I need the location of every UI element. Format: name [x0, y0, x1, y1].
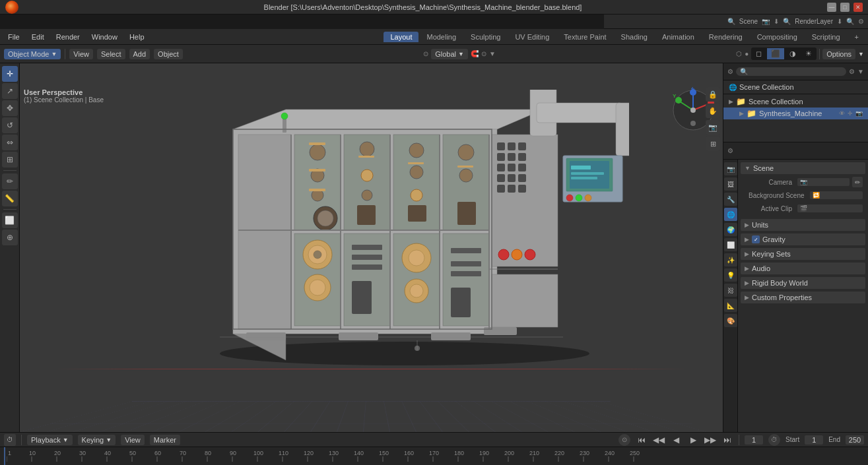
- outliner-options-icon[interactable]: ⚙: [849, 68, 855, 75]
- solid-btn active[interactable]: ⬛: [767, 48, 784, 59]
- viewport[interactable]: User Perspective (1) Scene Collection | …: [20, 63, 723, 432]
- menu-render[interactable]: Render: [51, 32, 85, 42]
- tab-sculpting[interactable]: Sculpting: [464, 32, 507, 42]
- snap-icon[interactable]: 🧲: [471, 50, 479, 57]
- measure-tool[interactable]: 📏: [2, 191, 18, 206]
- render-layer-selector[interactable]: RenderLayer: [795, 18, 833, 25]
- rotate-tool[interactable]: ↺: [2, 117, 18, 133]
- menu-file[interactable]: File: [3, 32, 25, 42]
- scale-tool[interactable]: ⇔: [2, 135, 18, 150]
- timeline-mode-icon[interactable]: ⏱: [4, 434, 16, 446]
- jump-end-btn[interactable]: ⏭: [721, 434, 733, 446]
- window-controls[interactable]: — □ ✕: [827, 3, 863, 12]
- wireframe-btn[interactable]: ◻: [752, 48, 766, 59]
- hand-icon[interactable]: ✋: [706, 104, 720, 118]
- close-button[interactable]: ✕: [853, 3, 863, 12]
- transform-orientation[interactable]: Global ▼: [431, 49, 468, 59]
- current-frame-field[interactable]: 1: [745, 435, 763, 445]
- physics-tab[interactable]: 💡: [724, 268, 737, 282]
- tab-texture-paint[interactable]: Texture Paint: [557, 32, 613, 42]
- camera-icon-vp[interactable]: 📷: [706, 120, 720, 135]
- move-tool[interactable]: ✥: [2, 100, 18, 116]
- outliner-search[interactable]: 🔍: [736, 67, 846, 76]
- tab-layout[interactable]: Layout: [384, 32, 418, 42]
- proportional-falloff-icon[interactable]: ▼: [489, 50, 496, 57]
- camera-value[interactable]: 📷: [797, 178, 850, 186]
- start-frame-field[interactable]: 1: [805, 435, 823, 445]
- sync-toggle[interactable]: ⊙: [618, 434, 630, 446]
- select-tool[interactable]: ↗: [2, 83, 18, 99]
- menu-help[interactable]: Help: [124, 32, 150, 42]
- lock-camera-icon[interactable]: 🔒: [706, 87, 720, 102]
- tab-add[interactable]: +: [848, 32, 865, 42]
- tab-scripting[interactable]: Scripting: [805, 32, 847, 42]
- scene-tab[interactable]: 🌐: [724, 208, 737, 221]
- play-reverse-btn[interactable]: ◀: [670, 434, 682, 446]
- outliner-item-scene-collection[interactable]: ▶ 📁 Scene Collection: [723, 96, 868, 108]
- grid-icon[interactable]: ⊞: [706, 137, 720, 151]
- keying-sets-header[interactable]: ▶ Keying Sets: [741, 248, 865, 260]
- tab-animation[interactable]: Animation: [655, 32, 701, 42]
- add-tool[interactable]: ⊕: [2, 230, 18, 245]
- view-layer-tab[interactable]: 🔧: [724, 193, 737, 206]
- active-clip-value[interactable]: 🎬: [797, 204, 863, 212]
- tab-modeling[interactable]: Modeling: [420, 32, 463, 42]
- world-tab[interactable]: 🌍: [724, 223, 737, 236]
- menu-edit[interactable]: Edit: [26, 32, 50, 42]
- overlay-icon[interactable]: ⬡: [736, 50, 742, 57]
- mode-selector[interactable]: Object Mode ▼: [4, 49, 61, 59]
- shading-icon[interactable]: ●: [745, 50, 749, 57]
- object-menu[interactable]: Object: [154, 49, 183, 59]
- scene-selector[interactable]: Scene: [739, 18, 758, 25]
- tab-rendering[interactable]: Rendering: [702, 32, 749, 42]
- proportional-edit-icon[interactable]: ⊙: [481, 50, 486, 57]
- view-menu-tl[interactable]: View: [121, 435, 145, 445]
- minimize-button[interactable]: —: [827, 3, 836, 12]
- maximize-button[interactable]: □: [840, 3, 850, 12]
- outliner-filter2-icon[interactable]: ▼: [857, 68, 864, 75]
- outliner-item-synthesis-machine[interactable]: ▶ 📁 Synthesis_Machine 👁 ✛ 📷: [723, 108, 868, 119]
- menu-window[interactable]: Window: [86, 32, 123, 42]
- gravity-section-header[interactable]: ▶ ✓ Gravity: [741, 233, 865, 245]
- add-cube-tool[interactable]: ⬜: [2, 212, 18, 228]
- add-menu[interactable]: Add: [129, 49, 150, 59]
- constraints-tab[interactable]: ⛓: [724, 284, 737, 297]
- particles-tab[interactable]: ✨: [724, 253, 737, 266]
- keying-menu[interactable]: Keying ▼: [78, 435, 116, 445]
- end-frame-field[interactable]: 250: [846, 435, 864, 445]
- scene-section-header[interactable]: ▼ Scene: [741, 162, 865, 174]
- tab-compositing[interactable]: Compositing: [751, 32, 804, 42]
- outliner-filter-icon[interactable]: ⚙: [727, 68, 733, 75]
- restrict-render-icon[interactable]: 📷: [855, 110, 863, 117]
- playback-menu[interactable]: Playback ▼: [27, 435, 73, 445]
- select-menu[interactable]: Select: [97, 49, 125, 59]
- next-keyframe-btn[interactable]: ▶▶: [704, 434, 716, 446]
- timer-icon[interactable]: ⏱: [768, 434, 780, 446]
- play-btn[interactable]: ▶: [687, 434, 699, 446]
- camera-edit-btn[interactable]: ✏: [852, 177, 863, 187]
- material-tab[interactable]: 🎨: [724, 314, 737, 327]
- eye-icon[interactable]: 👁: [839, 110, 845, 117]
- output-tab[interactable]: 🖼: [724, 177, 737, 191]
- object-data-tab[interactable]: 📐: [724, 299, 737, 312]
- render-tab[interactable]: 📷: [724, 162, 737, 175]
- annotate-tool[interactable]: ✏: [2, 173, 18, 189]
- cursor-tool[interactable]: ✛: [2, 66, 18, 82]
- bg-scene-value[interactable]: 🔁: [810, 191, 863, 199]
- timeline-ruler[interactable]: 1 10 20 30 40 50 60 70: [0, 447, 868, 465]
- tab-shading[interactable]: Shading: [615, 32, 654, 42]
- object-tab[interactable]: ⬜: [724, 238, 737, 251]
- prev-keyframe-btn[interactable]: ◀◀: [653, 434, 665, 446]
- custom-properties-header[interactable]: ▶ Custom Properties: [741, 292, 865, 303]
- audio-section-header[interactable]: ▶ Audio: [741, 263, 865, 274]
- jump-start-btn[interactable]: ⏮: [636, 434, 648, 446]
- gravity-enabled-checkbox[interactable]: ✓: [752, 235, 760, 243]
- units-section-header[interactable]: ▶ Units: [741, 219, 865, 231]
- view-menu[interactable]: View: [69, 49, 93, 59]
- transform-tool[interactable]: ⊞: [2, 152, 18, 168]
- rendered-btn[interactable]: ☀: [801, 48, 816, 59]
- options-menu[interactable]: Options: [822, 49, 855, 59]
- rigid-body-world-header[interactable]: ▶ Rigid Body World: [741, 277, 865, 289]
- tab-uv-editing[interactable]: UV Editing: [508, 32, 556, 42]
- cursor-icon[interactable]: ✛: [848, 110, 853, 117]
